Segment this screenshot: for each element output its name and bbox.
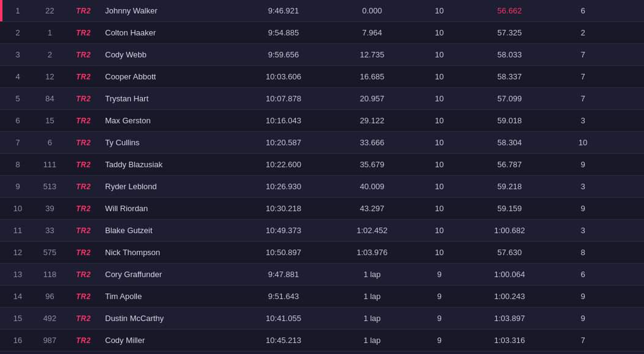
gap: 16.685 <box>332 66 412 87</box>
laps: 10 <box>412 132 467 153</box>
position: 7 <box>2 132 33 153</box>
laps: 10 <box>412 220 467 241</box>
best-lap: 1:00.682 <box>467 220 552 241</box>
best-lap: 1:00.064 <box>467 264 552 285</box>
race-time: 10:20.587 <box>235 132 332 153</box>
racer-number: 39 <box>33 198 67 219</box>
race-time: 9:47.881 <box>235 264 332 285</box>
class-badge: TR2 <box>67 264 100 285</box>
table-row: 1133TR2Blake Gutzeit10:49.3731:02.452101… <box>0 220 644 242</box>
class-badge: TR2 <box>67 44 100 65</box>
racer-number: 118 <box>33 264 67 285</box>
gap: 29.122 <box>332 110 412 131</box>
gap: 40.009 <box>332 176 412 197</box>
position: 13 <box>2 264 33 285</box>
race-time: 9:54.885 <box>235 22 332 43</box>
laps: 10 <box>412 154 467 175</box>
points: 7 <box>552 44 613 65</box>
gap: 1 lap <box>332 286 412 307</box>
position: 6 <box>2 110 33 131</box>
points: 3 <box>552 110 613 131</box>
race-time: 10:03.606 <box>235 66 332 87</box>
laps: 10 <box>412 110 467 131</box>
best-lap: 58.033 <box>467 44 552 65</box>
table-row: 21TR2Colton Haaker9:54.8857.9641057.3252 <box>0 22 644 44</box>
racer-number: 2 <box>33 44 67 65</box>
best-lap: 1:00.243 <box>467 286 552 307</box>
class-badge: TR2 <box>67 22 100 43</box>
laps: 10 <box>412 198 467 219</box>
table-row: 9513TR2Ryder Leblond10:26.93040.0091059.… <box>0 176 644 198</box>
class-badge: TR2 <box>67 88 100 109</box>
best-lap: 58.337 <box>467 66 552 87</box>
race-time: 10:50.897 <box>235 242 332 263</box>
racer-name: Ty Cullins <box>100 132 235 153</box>
racer-name: Max Gerston <box>100 110 235 131</box>
gap: 35.679 <box>332 154 412 175</box>
racer-name: Dustin McCarthy <box>100 308 235 329</box>
gap: 1 lap <box>332 264 412 285</box>
best-lap: 58.304 <box>467 132 552 153</box>
racer-name: Taddy Blazusiak <box>100 154 235 175</box>
gap: 0.000 <box>332 0 412 21</box>
table-row: 16987TR2Cody Miller10:45.2131 lap91:03.3… <box>0 330 644 352</box>
table-row: 8111TR2Taddy Blazusiak10:22.60035.679105… <box>0 154 644 176</box>
racer-name: Cooper Abbott <box>100 66 235 87</box>
gap: 7.964 <box>332 22 412 43</box>
points: 9 <box>552 198 613 219</box>
table-row: 1496TR2Tim Apolle9:51.6431 lap91:00.2439 <box>0 286 644 308</box>
race-time: 10:26.930 <box>235 176 332 197</box>
gap: 33.666 <box>332 132 412 153</box>
position: 10 <box>2 198 33 219</box>
race-time: 9:51.643 <box>235 286 332 307</box>
class-badge: TR2 <box>67 198 100 219</box>
points: 9 <box>552 286 613 307</box>
position: 15 <box>2 308 33 329</box>
racer-name: Blake Gutzeit <box>100 220 235 241</box>
gap: 43.297 <box>332 198 412 219</box>
racer-number: 15 <box>33 110 67 131</box>
points: 8 <box>552 242 613 263</box>
laps: 10 <box>412 66 467 87</box>
racer-name: Tim Apolle <box>100 286 235 307</box>
class-badge: TR2 <box>67 110 100 131</box>
position: 9 <box>2 176 33 197</box>
table-row: 122TR2Johnny Walker9:46.9210.0001056.662… <box>0 0 644 22</box>
class-badge: TR2 <box>67 308 100 329</box>
laps: 10 <box>412 0 467 21</box>
position: 4 <box>2 66 33 87</box>
position: 14 <box>2 286 33 307</box>
race-time: 10:16.043 <box>235 110 332 131</box>
race-time: 10:41.055 <box>235 308 332 329</box>
table-row: 76TR2Ty Cullins10:20.58733.6661058.30410 <box>0 132 644 154</box>
position: 5 <box>2 88 33 109</box>
points: 6 <box>552 264 613 285</box>
points: 6 <box>552 0 613 21</box>
points: 7 <box>552 88 613 109</box>
laps: 10 <box>412 242 467 263</box>
best-lap: 59.218 <box>467 176 552 197</box>
points: 2 <box>552 22 613 43</box>
best-lap: 59.018 <box>467 110 552 131</box>
racer-number: 1 <box>33 22 67 43</box>
racer-number: 575 <box>33 242 67 263</box>
table-row: 615TR2Max Gerston10:16.04329.1221059.018… <box>0 110 644 132</box>
gap: 20.957 <box>332 88 412 109</box>
racer-number: 84 <box>33 88 67 109</box>
racer-number: 492 <box>33 308 67 329</box>
racer-number: 22 <box>33 0 67 21</box>
racer-number: 111 <box>33 154 67 175</box>
laps: 9 <box>412 264 467 285</box>
laps: 9 <box>412 286 467 307</box>
racer-name: Nick Thompson <box>100 242 235 263</box>
table-row: 32TR2Cody Webb9:59.65612.7351058.0337 <box>0 44 644 66</box>
gap: 1:03.976 <box>332 242 412 263</box>
position: 2 <box>2 22 33 43</box>
race-time: 10:30.218 <box>235 198 332 219</box>
racer-name: Trystan Hart <box>100 88 235 109</box>
class-badge: TR2 <box>67 220 100 241</box>
racer-name: Ryder Leblond <box>100 176 235 197</box>
best-lap: 56.662 <box>467 0 552 21</box>
position: 11 <box>2 220 33 241</box>
position: 3 <box>2 44 33 65</box>
